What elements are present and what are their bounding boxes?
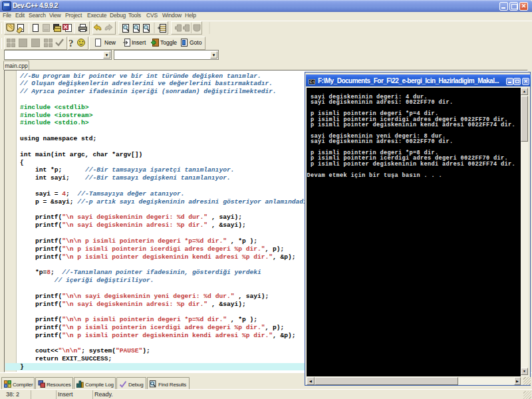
svg-text:?: ? bbox=[68, 38, 74, 49]
